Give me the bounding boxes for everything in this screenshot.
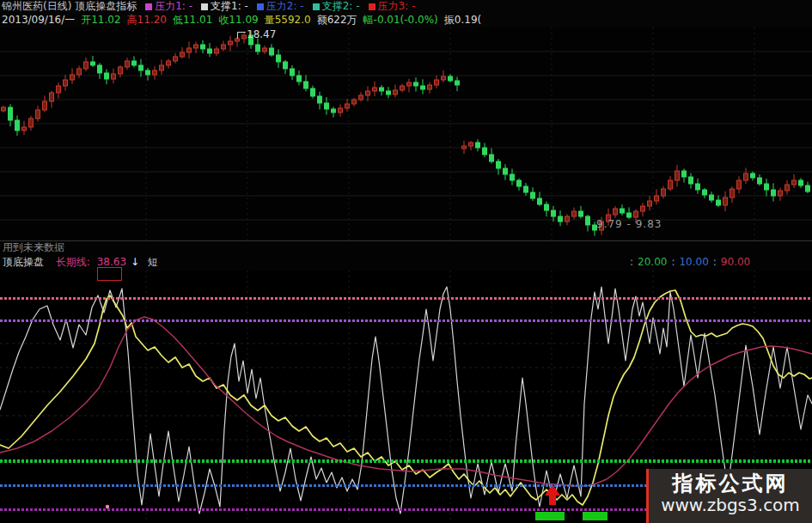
candle-chart-panel[interactable]: 18.47 9.79 - 9.83	[0, 27, 812, 240]
chart-title: 锦州医药(日线) 顶底操盘指标	[2, 0, 137, 12]
info-bar: 锦州医药(日线) 顶底操盘指标压力1: -支撑1: -压力2: -支撑2: -压…	[0, 0, 812, 27]
level-value: 20.00	[638, 256, 667, 268]
legend-item: 压力3: -	[369, 0, 416, 12]
level-separator: :	[630, 256, 633, 268]
legend-color-icon	[257, 3, 264, 10]
down-arrow-icon: ↓	[131, 256, 139, 268]
level-values: :20.00:10.00:90.00	[626, 254, 750, 270]
candle-chart	[0, 27, 812, 240]
quote-field: 2013/09/16/一	[2, 14, 75, 26]
legend-item-label: 压力3: -	[378, 0, 416, 12]
level-value: 10.00	[679, 256, 708, 268]
level-line-upper-pink	[0, 297, 812, 300]
quote-field: 高11.20	[127, 14, 167, 26]
quote-field: 振0.19(	[444, 14, 481, 26]
quote-field: 幅-0.01(-0.0%)	[363, 14, 438, 26]
trading-app-window: 锦州医药(日线) 顶底操盘指标压力1: -支撑1: -压力2: -支撑2: -压…	[0, 0, 812, 523]
quote-field: 低11.01	[173, 14, 212, 26]
legend-item-label: 压力1: -	[155, 0, 192, 12]
indicator-name: 顶底操盘	[3, 256, 44, 268]
legend-color-icon	[369, 3, 375, 10]
peak-price-value: 18.47	[247, 28, 276, 40]
quote-field: 额622万	[317, 14, 357, 26]
level-line-lower-blue	[0, 484, 646, 487]
quote-row: 2013/09/16/一开11.02高11.20低11.01收11.09量559…	[2, 14, 487, 27]
peak-marker-icon	[237, 32, 246, 39]
level-separator: :	[713, 256, 717, 268]
legend-item: 压力2: -	[257, 0, 304, 12]
level-separator: :	[671, 256, 675, 268]
indicator-legend: 压力1: -支撑1: -压力2: -支撑2: -压力3: -	[137, 0, 415, 12]
legend-color-icon	[313, 3, 320, 10]
level-line-lower-magenta	[0, 508, 646, 511]
quote-field: 开11.02	[81, 14, 120, 26]
legend-item-label: 支撑2: -	[322, 0, 360, 12]
legend-item: 支撑2: -	[313, 0, 360, 12]
quote-field: 收11.09	[218, 14, 258, 26]
watermark: 指标公式网 www.zbgs3.com	[646, 469, 812, 523]
signal-block	[535, 512, 565, 520]
level-value: 90.00	[721, 256, 750, 268]
future-data-notice: 用到未来数据	[0, 240, 812, 254]
peak-price-label: 18.47	[237, 28, 276, 40]
param-highlight-box	[97, 267, 122, 281]
legend-item: 压力1: -	[145, 0, 192, 12]
param-value: 38.63	[97, 256, 126, 268]
title-row: 锦州医药(日线) 顶底操盘指标压力1: -支撑1: -压力2: -支撑2: -压…	[2, 0, 415, 13]
buy-arrow-icon	[545, 484, 560, 505]
level-line-lower-green	[0, 459, 812, 463]
legend-item: 支撑1: -	[201, 0, 248, 12]
watermark-title: 指标公式网	[649, 472, 812, 495]
legend-item-label: 支撑1: -	[211, 0, 248, 12]
watermark-url: www.zbgs3.com	[649, 495, 812, 515]
price-range-label: 9.79 - 9.83	[596, 218, 662, 230]
legend-color-icon	[145, 3, 152, 10]
param-label: 长期线:	[56, 256, 90, 268]
quote-field: 量5592.0	[265, 14, 311, 26]
legend-color-icon	[201, 3, 208, 10]
param-suffix: 短	[148, 256, 158, 268]
signal-block	[583, 512, 607, 520]
legend-item-label: 压力2: -	[266, 0, 304, 12]
level-line-upper-purple	[0, 319, 812, 322]
